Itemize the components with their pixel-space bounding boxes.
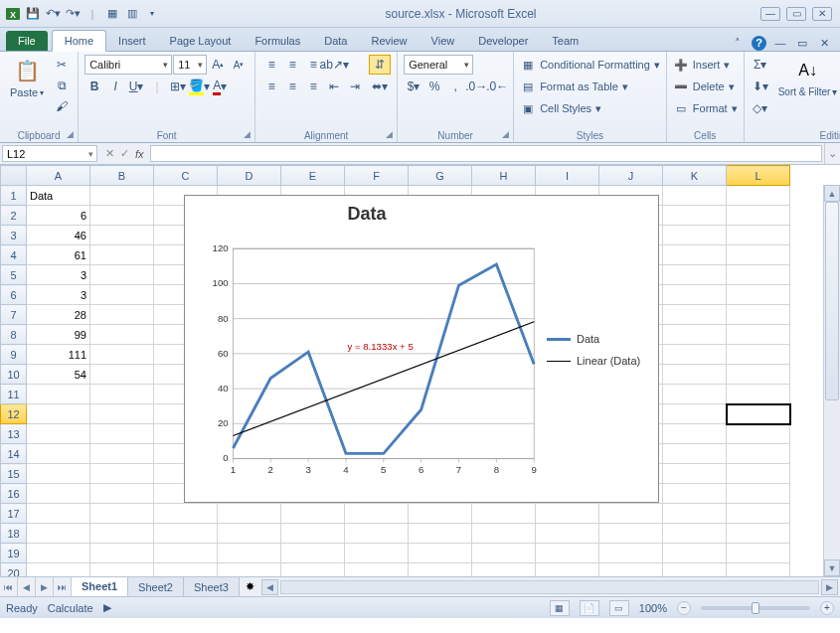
cell-K6[interactable]	[663, 285, 727, 305]
cell-L1[interactable]	[727, 186, 790, 206]
row-header-20[interactable]: 20	[1, 563, 27, 577]
cell-L8[interactable]	[727, 325, 790, 345]
row-header-7[interactable]: 7	[1, 305, 27, 325]
cell-B17[interactable]	[90, 504, 154, 524]
row-header-8[interactable]: 8	[1, 325, 27, 345]
clear-icon[interactable]: ◇▾	[751, 98, 770, 118]
cell-B5[interactable]	[90, 265, 154, 285]
view-layout-icon[interactable]: 📄	[580, 600, 599, 616]
cell-K3[interactable]	[663, 226, 727, 245]
hscroll-right-icon[interactable]: ▶	[821, 579, 838, 595]
cell-G17[interactable]	[409, 504, 472, 524]
wrap-text-icon[interactable]: ⇵	[369, 55, 391, 75]
sheet-nav-last-icon[interactable]: ⏭	[54, 577, 72, 596]
align-center-icon[interactable]: ≡	[282, 77, 302, 96]
formula-expand-icon[interactable]: ⌄	[824, 143, 840, 164]
row-header-15[interactable]: 15	[1, 464, 27, 484]
row-header-19[interactable]: 19	[1, 544, 27, 563]
cell-B16[interactable]	[90, 484, 154, 504]
tab-developer[interactable]: Developer	[466, 31, 540, 51]
row-header-18[interactable]: 18	[1, 524, 27, 544]
cell-B20[interactable]	[90, 563, 154, 577]
cell-K13[interactable]	[663, 424, 727, 444]
qat-dropdown-icon[interactable]: ▾	[143, 5, 161, 23]
cell-styles-button[interactable]: ▣Cell Styles ▾	[520, 98, 660, 118]
cell-I18[interactable]	[536, 524, 599, 544]
tab-view[interactable]: View	[420, 31, 467, 51]
tab-file[interactable]: File	[6, 31, 48, 51]
minimize-button[interactable]: —	[760, 7, 780, 21]
qat-icon-2[interactable]: ▥	[123, 5, 141, 23]
orientation-icon[interactable]: ab↗▾	[324, 55, 344, 75]
cell-K16[interactable]	[663, 484, 727, 504]
cell-J17[interactable]	[599, 504, 663, 524]
font-size-select[interactable]: 11	[173, 55, 207, 75]
cell-B11[interactable]	[90, 385, 154, 404]
cell-B10[interactable]	[90, 365, 154, 385]
cut-icon[interactable]: ✂	[52, 55, 72, 75]
vertical-scrollbar[interactable]: ▲ ▼	[823, 185, 840, 576]
currency-icon[interactable]: $▾	[404, 77, 423, 96]
cell-J20[interactable]	[599, 563, 663, 577]
cell-H20[interactable]	[472, 563, 536, 577]
align-left-icon[interactable]: ≡	[261, 77, 281, 96]
workbook-restore-icon[interactable]: ▭	[794, 35, 810, 51]
copy-icon[interactable]: ⧉	[52, 76, 72, 95]
cell-L11[interactable]	[727, 385, 790, 404]
row-header-2[interactable]: 2	[1, 206, 27, 226]
status-macro-icon[interactable]: ▶	[103, 601, 111, 614]
cell-A12[interactable]	[27, 404, 90, 424]
row-header-16[interactable]: 16	[1, 484, 27, 504]
cell-A11[interactable]	[27, 385, 90, 404]
cell-E17[interactable]	[281, 504, 345, 524]
cell-F19[interactable]	[345, 544, 409, 563]
align-middle-icon[interactable]: ≡	[282, 55, 302, 75]
grow-font-icon[interactable]: A▴	[208, 55, 228, 75]
embedded-chart[interactable]: Data 020406080100120123456789y = 8.1333x…	[184, 195, 659, 503]
cell-A15[interactable]	[27, 464, 90, 484]
cell-A19[interactable]	[27, 544, 90, 563]
font-name-select[interactable]: Calibri	[84, 55, 172, 75]
cell-K15[interactable]	[663, 464, 727, 484]
cell-J19[interactable]	[599, 544, 663, 563]
cell-D20[interactable]	[218, 563, 281, 577]
cell-L19[interactable]	[727, 544, 790, 563]
cell-C19[interactable]	[154, 544, 218, 563]
workbook-minimize-icon[interactable]: —	[772, 35, 788, 51]
cell-A10[interactable]: 54	[27, 365, 90, 385]
cell-B9[interactable]	[90, 345, 154, 365]
cell-L14[interactable]	[727, 444, 790, 464]
cell-B8[interactable]	[90, 325, 154, 345]
cell-A5[interactable]: 3	[27, 265, 90, 285]
row-header-11[interactable]: 11	[1, 385, 27, 404]
worksheet-grid[interactable]: ABCDEFGHIJKL1Data26346461536372889991111…	[0, 165, 840, 576]
cell-K4[interactable]	[663, 245, 727, 265]
decrease-indent-icon[interactable]: ⇤	[324, 77, 344, 96]
cell-A1[interactable]: Data	[27, 186, 90, 206]
enter-formula-icon[interactable]: ✓	[120, 147, 129, 160]
conditional-formatting-button[interactable]: ▦Conditional Formatting ▾	[520, 55, 660, 75]
cell-A18[interactable]	[27, 524, 90, 544]
cell-L13[interactable]	[727, 424, 790, 444]
tab-team[interactable]: Team	[540, 31, 590, 51]
tab-formulas[interactable]: Formulas	[243, 31, 312, 51]
restore-button[interactable]: ▭	[786, 7, 806, 21]
col-header-A[interactable]: A	[27, 166, 90, 186]
format-cells-button[interactable]: ▭Format ▾	[673, 98, 738, 118]
cell-K19[interactable]	[663, 544, 727, 563]
cell-B1[interactable]	[90, 186, 154, 206]
qat-icon-1[interactable]: ▦	[103, 5, 121, 23]
cell-B19[interactable]	[90, 544, 154, 563]
cell-K8[interactable]	[663, 325, 727, 345]
paste-button[interactable]: 📋 Paste▾	[6, 55, 48, 100]
cell-A7[interactable]: 28	[27, 305, 90, 325]
cell-I20[interactable]	[536, 563, 599, 577]
cell-L4[interactable]	[727, 245, 790, 265]
cell-F17[interactable]	[345, 504, 409, 524]
cell-K12[interactable]	[663, 404, 727, 424]
zoom-level[interactable]: 100%	[639, 602, 667, 614]
cell-D18[interactable]	[218, 524, 281, 544]
cell-C20[interactable]	[154, 563, 218, 577]
cell-K17[interactable]	[663, 504, 727, 524]
cell-E20[interactable]	[281, 563, 345, 577]
